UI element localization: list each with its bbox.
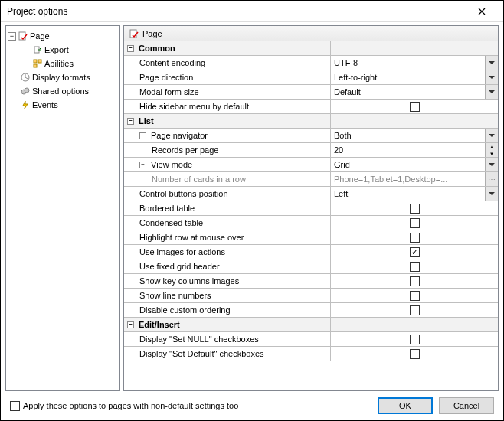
row-fixed-header[interactable]: Use fixed grid header — [124, 259, 498, 274]
body: − Page Export Abilities Display formats — [1, 22, 503, 391]
checkbox[interactable] — [410, 349, 420, 359]
checkbox[interactable] — [410, 247, 420, 257]
checkbox[interactable] — [410, 204, 420, 214]
footer: Apply these options to pages with non-de… — [1, 391, 503, 420]
titlebar: Project options — [1, 1, 503, 22]
dropdown-button[interactable] — [485, 158, 498, 171]
content-title: Page — [142, 29, 162, 38]
grid-body: −Common Content encoding UTF-8 Page dire… — [124, 41, 498, 390]
row-view-mode[interactable]: −View mode Grid — [124, 158, 498, 172]
sidebar-item-label: Display formats — [32, 73, 90, 82]
apply-all-checkbox[interactable]: Apply these options to pages with non-de… — [10, 401, 238, 411]
sidebar-item-events[interactable]: Events — [8, 98, 118, 112]
row-control-pos[interactable]: Control buttons position Left — [124, 187, 498, 201]
chevron-down-icon — [489, 192, 495, 195]
row-highlight[interactable]: Highlight row at mouse over — [124, 230, 498, 245]
group-common[interactable]: −Common — [124, 41, 498, 56]
content-header: Page — [124, 26, 498, 41]
cancel-button[interactable]: Cancel — [439, 397, 494, 414]
dropdown-button[interactable] — [485, 187, 498, 201]
checkbox[interactable] — [410, 233, 420, 243]
dropdown-button[interactable] — [485, 56, 498, 70]
close-button[interactable] — [466, 2, 497, 21]
sidebar-item-export[interactable]: Export — [8, 43, 118, 57]
checkbox[interactable] — [410, 102, 420, 112]
row-direction[interactable]: Page direction Left-to-right — [124, 70, 498, 85]
events-icon — [20, 100, 31, 110]
row-records[interactable]: Records per page 20▲▼ — [124, 143, 498, 158]
page-check-icon — [129, 28, 139, 39]
window-title: Project options — [7, 6, 466, 17]
page-check-icon — [18, 31, 28, 41]
chevron-down-icon — [489, 90, 495, 93]
spin-down-icon[interactable]: ▼ — [486, 150, 498, 157]
ellipsis-button[interactable]: ⋯ — [485, 172, 498, 186]
dropdown-button[interactable] — [485, 85, 498, 99]
expand-toggle[interactable]: − — [8, 32, 16, 41]
group-list[interactable]: −List — [124, 114, 498, 129]
group-edit[interactable]: −Edit/Insert — [124, 318, 498, 332]
row-set-null[interactable]: Display "Set NULL" checkboxes — [124, 332, 498, 347]
shared-options-icon — [20, 86, 31, 96]
ok-button[interactable]: OK — [378, 397, 433, 414]
sidebar-item-page[interactable]: − Page — [8, 29, 118, 43]
checkbox[interactable] — [410, 305, 420, 315]
row-encoding[interactable]: Content encoding UTF-8 — [124, 56, 498, 70]
chevron-down-icon — [489, 163, 495, 166]
project-options-window: Project options − Page Export Abilities — [0, 0, 504, 421]
collapse-icon[interactable]: − — [139, 162, 146, 168]
spin-up-icon[interactable]: ▲ — [486, 143, 498, 150]
svg-point-7 — [25, 88, 29, 93]
row-set-default[interactable]: Display "Set Default" checkboxes — [124, 347, 498, 361]
sidebar-item-label: Export — [44, 45, 69, 54]
checkbox[interactable] — [410, 276, 420, 286]
row-condensed[interactable]: Condensed table — [124, 216, 498, 230]
sidebar-tree: − Page Export Abilities Display formats — [5, 25, 120, 391]
row-navigator[interactable]: −Page navigator Both — [124, 129, 498, 143]
sidebar-item-display-formats[interactable]: Display formats — [8, 70, 118, 84]
collapse-icon[interactable]: − — [127, 45, 134, 52]
row-modal[interactable]: Modal form size Default — [124, 85, 498, 100]
sidebar-item-shared-options[interactable]: Shared options — [8, 84, 118, 98]
abilities-icon — [32, 58, 43, 69]
collapse-icon[interactable]: − — [127, 118, 134, 125]
dropdown-button[interactable] — [485, 129, 498, 142]
checkbox[interactable] — [10, 401, 20, 411]
sidebar-item-abilities[interactable]: Abilities — [8, 57, 118, 70]
dropdown-button[interactable] — [485, 70, 498, 84]
close-icon — [478, 8, 486, 15]
svg-rect-3 — [38, 60, 41, 63]
chevron-down-icon — [489, 134, 495, 137]
apply-all-label: Apply these options to pages with non-de… — [23, 401, 238, 410]
property-grid: Page −Common Content encoding UTF-8 Page… — [123, 25, 499, 391]
checkbox[interactable] — [410, 262, 420, 272]
checkbox[interactable] — [410, 218, 420, 228]
row-cards-row[interactable]: Number of cards in a row Phone=1,Tablet=… — [124, 172, 498, 187]
svg-rect-4 — [34, 64, 37, 67]
export-icon — [32, 44, 43, 55]
row-disable-order[interactable]: Disable custom ordering — [124, 303, 498, 318]
collapse-icon[interactable]: − — [127, 321, 134, 328]
spinner-button[interactable]: ▲▼ — [485, 143, 498, 157]
row-key-cols[interactable]: Show key columns images — [124, 274, 498, 289]
row-bordered[interactable]: Bordered table — [124, 201, 498, 216]
display-formats-icon — [20, 72, 31, 83]
checkbox[interactable] — [410, 291, 420, 301]
collapse-icon[interactable]: − — [139, 132, 146, 139]
row-images[interactable]: Use images for actions — [124, 245, 498, 259]
sidebar-item-label: Page — [30, 31, 50, 41]
sidebar-item-label: Shared options — [32, 86, 89, 96]
row-line-nums[interactable]: Show line numbers — [124, 289, 498, 303]
row-hide-sidebar[interactable]: Hide sidebar menu by default — [124, 100, 498, 114]
sidebar-item-label: Events — [32, 100, 58, 109]
chevron-down-icon — [489, 61, 495, 64]
chevron-down-icon — [489, 76, 495, 79]
sidebar-item-label: Abilities — [44, 59, 74, 68]
checkbox[interactable] — [410, 335, 420, 344]
svg-rect-2 — [34, 60, 37, 63]
